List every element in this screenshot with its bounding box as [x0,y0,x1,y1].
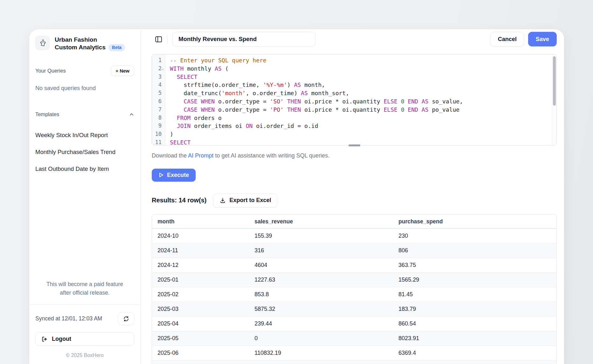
download-icon [220,197,226,204]
sidebar-header: Urban Fashion Custom Analytics Beta [35,36,134,52]
table-row-partial [152,360,556,364]
table-cell: 363.75 [393,258,557,273]
fold-chevron-icon[interactable]: ⌄ [162,65,165,73]
code-line[interactable]: -- Enter your SQL query here [170,56,551,65]
logout-button[interactable]: Logout [35,332,134,346]
table-cell: 2024-12 [152,258,249,273]
export-label: Export to Excel [229,197,271,204]
template-item[interactable]: Last Outbound Date by Item [35,165,134,172]
table-cell: 853.8 [249,287,393,302]
ai-prompt-hint: Download the AI Prompt to get AI assista… [152,152,557,159]
execute-button[interactable]: Execute [152,169,196,182]
table-cell: 2025-03 [152,302,249,317]
table-cell: 2025-01 [152,273,249,287]
code-line[interactable]: FROM orders o [170,114,551,122]
main-panel: Cancel Save 12⌄34567891011 -- Enter your… [141,29,564,364]
logout-icon [41,336,48,342]
tshirt-icon [38,38,47,47]
table-cell: 183.79 [393,302,557,317]
play-icon [158,172,164,178]
workspace-name: Urban Fashion [55,36,125,44]
table-row: 2025-011227.631565.29 [152,273,556,287]
table-cell: 239.44 [249,317,393,331]
sidebar-divider [29,304,140,304]
template-item[interactable]: Monthly Purchase/Sales Trend [35,149,134,156]
line-number: 11 [152,138,165,145]
template-item[interactable]: Weekly Stock In/Out Report [35,132,134,139]
sql-editor-wrap: 12⌄34567891011 -- Enter your SQL query h… [152,54,557,145]
table-cell: 5875.32 [249,302,393,317]
refresh-button[interactable] [118,312,134,325]
code-line[interactable]: date_trunc('month', o.order_time) AS mon… [170,89,551,97]
editor-gutter: 12⌄34567891011 [152,54,165,145]
line-number: 7 [152,106,165,114]
table-cell: 230 [393,229,557,243]
code-line[interactable]: ) [170,130,551,138]
table-cell: 6369.4 [393,346,557,360]
table-cell [393,360,557,364]
table-row: 2025-06110832.196369.4 [152,346,556,360]
code-line[interactable]: WITH monthly AS ( [170,65,551,73]
table-cell: 0 [249,331,393,346]
results-row: Results: 14 row(s) Export to Excel [152,193,557,207]
line-number: 8 [152,114,165,122]
query-title-input[interactable] [172,32,316,46]
line-number: 1 [152,56,165,65]
editor-code-area[interactable]: -- Enter your SQL query hereWITH monthly… [165,54,556,145]
refresh-icon [123,316,129,322]
export-excel-button[interactable]: Export to Excel [213,193,277,207]
table-cell: 110832.19 [249,346,393,360]
sql-editor[interactable]: 12⌄34567891011 -- Enter your SQL query h… [152,54,557,145]
table-row: 2025-04239.44860.54 [152,317,556,331]
queries-header-label: Your Queries [35,68,66,74]
editor-resize-handle[interactable] [348,144,360,146]
save-button[interactable]: Save [528,32,557,46]
beta-badge: Beta [108,44,125,52]
table-row: 2025-0508023.91 [152,331,556,346]
column-header: sales_revenue [249,214,393,229]
no-queries-text: No saved queries found [35,85,134,92]
templates-section-header[interactable]: Templates [35,111,134,117]
table-cell: 2024-10 [152,229,249,243]
chevron-up-icon[interactable] [129,112,134,117]
line-number: 6 [152,97,165,106]
line-number: 9 [152,122,165,130]
templates-header-label: Templates [35,111,59,117]
line-number: 5 [152,89,165,97]
cancel-button[interactable]: Cancel [490,32,524,46]
code-line[interactable]: CASE WHEN o.order_type = 'SO' THEN oi.pr… [170,97,551,106]
workspace-titles: Urban Fashion Custom Analytics Beta [55,36,125,52]
table-cell: 2025-06 [152,346,249,360]
code-line[interactable]: strftime(o.order_time, '%Y-%m') AS month… [170,81,551,89]
code-line[interactable]: SELECT [170,138,551,145]
code-line[interactable]: SELECT [170,73,551,81]
new-query-button[interactable]: + New [111,66,134,76]
code-line[interactable]: JOIN order_items oi ON oi.order_id = o.i… [170,122,551,130]
editor-scrollbar-track[interactable] [552,54,556,145]
code-line[interactable]: CASE WHEN o.order_type = 'PO' THEN oi.pr… [170,106,551,114]
query-header: Cancel Save [152,32,557,46]
paid-feature-note: This will become a paid feature after of… [35,280,134,297]
table-cell: 1565.29 [393,273,557,287]
line-number: 2⌄ [152,65,165,73]
table-row: 2024-10155.39230 [152,229,556,243]
table-cell [152,360,249,364]
table-cell: 155.39 [249,229,393,243]
copyright-text: © 2025 BoxHero [35,353,134,358]
toggle-sidebar-button[interactable] [153,34,164,44]
table-row: 2024-124604363.75 [152,258,556,273]
table-body: 2024-10155.392302024-113168062024-124604… [152,229,556,364]
table-row: 2025-02853.881.45 [152,287,556,302]
ai-prompt-link[interactable]: AI Prompt [188,152,213,159]
table-cell: 316 [249,243,393,258]
header-separator [167,34,168,44]
templates-list: Weekly Stock In/Out ReportMonthly Purcha… [35,122,134,172]
editor-scrollbar-thumb[interactable] [553,56,556,106]
column-header: purchase_spend [393,214,557,229]
column-header: month [152,214,249,229]
results-count: Results: 14 row(s) [152,197,206,204]
app-card: Urban Fashion Custom Analytics Beta Your… [29,29,564,364]
table-cell: 8023.91 [393,331,557,346]
line-number: 4 [152,81,165,89]
table-row: 2025-035875.32183.79 [152,302,556,317]
